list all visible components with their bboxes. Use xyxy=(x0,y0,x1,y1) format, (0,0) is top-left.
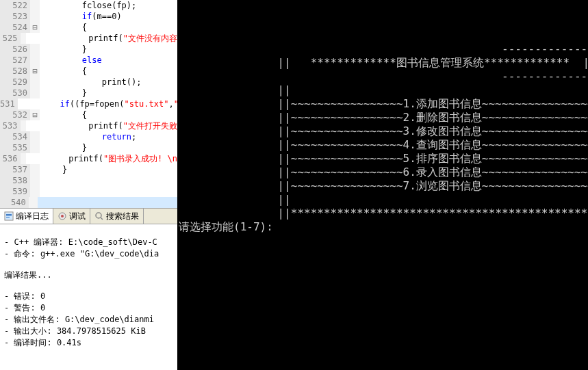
code-editor[interactable]: 522 fclose(fp);523 if(m==0)524⊟ {525 pri… xyxy=(0,0,177,208)
fold-marker xyxy=(30,131,40,142)
fold-marker[interactable]: ⊟ xyxy=(30,66,40,77)
code-text xyxy=(40,175,42,186)
tab-search-label: 搜索结果 xyxy=(106,211,139,222)
line-number: 534 xyxy=(0,131,30,142)
line-number: 538 xyxy=(0,175,30,186)
bug-icon xyxy=(57,211,67,221)
line-number: 535 xyxy=(0,142,30,153)
svg-line-8 xyxy=(101,217,103,220)
line-number: 529 xyxy=(0,77,30,88)
code-line[interactable]: 526 } xyxy=(0,44,177,55)
fold-marker xyxy=(30,175,40,186)
code-line[interactable]: 540 xyxy=(0,197,177,208)
line-number: 537 xyxy=(0,164,30,175)
code-text: { xyxy=(40,66,87,77)
line-number: 527 xyxy=(0,55,30,66)
svg-point-6 xyxy=(61,215,64,217)
app-root: 522 fclose(fp);523 if(m==0)524⊟ {525 pri… xyxy=(0,0,588,370)
code-line[interactable]: 532⊟ { xyxy=(0,109,177,120)
svg-point-7 xyxy=(96,213,101,218)
line-number: 533 xyxy=(0,120,21,131)
log-icon xyxy=(4,211,14,221)
svg-rect-2 xyxy=(6,214,12,215)
code-text: } xyxy=(40,88,87,98)
code-text: { xyxy=(40,109,87,120)
line-number: 539 xyxy=(0,186,30,197)
code-line[interactable]: 528⊟ { xyxy=(0,66,177,77)
code-text: printf("文件打开失败 xyxy=(26,120,177,131)
fold-marker xyxy=(21,120,27,131)
tab-debug-label: 调试 xyxy=(69,211,86,222)
compile-output: - C++ 编译器: E:\code_soft\Dev-C - 命令: g++.… xyxy=(0,224,177,370)
code-line[interactable]: 537 } xyxy=(0,164,177,175)
tab-search[interactable]: 搜索结果 xyxy=(90,209,144,224)
fold-marker xyxy=(30,186,40,197)
line-number: 532 xyxy=(0,109,30,120)
fold-marker xyxy=(30,77,40,88)
code-text: if(m==0) xyxy=(40,11,122,22)
code-line[interactable]: 530 } xyxy=(0,88,177,98)
code-line[interactable]: 531 if((fp=fopen("stu.txt","a xyxy=(0,98,177,109)
code-text: } xyxy=(40,44,87,55)
code-line[interactable]: 535 } xyxy=(0,142,177,153)
code-text xyxy=(38,197,177,208)
fold-marker xyxy=(30,164,40,175)
code-text: } xyxy=(40,142,87,153)
code-line[interactable]: 533 printf("文件打开失败 xyxy=(0,120,177,131)
code-text: else xyxy=(40,55,102,66)
code-line[interactable]: 529 print(); xyxy=(0,77,177,88)
code-text: printf("文件没有内容 xyxy=(26,33,177,44)
line-number: 523 xyxy=(0,11,30,22)
tab-debug[interactable]: 调试 xyxy=(53,209,90,224)
line-number: 540 xyxy=(0,197,29,208)
code-text: fclose(fp); xyxy=(40,0,136,11)
line-number: 528 xyxy=(0,66,30,77)
svg-rect-4 xyxy=(6,217,10,217)
code-text xyxy=(40,186,42,197)
fold-marker xyxy=(30,11,40,22)
code-text: { xyxy=(40,22,87,33)
code-line[interactable]: 527 else xyxy=(0,55,177,66)
code-line[interactable]: 536 printf("图书录入成功! \n xyxy=(0,153,177,164)
line-number: 536 xyxy=(0,153,21,164)
fold-marker xyxy=(21,153,27,164)
fold-marker[interactable]: ⊟ xyxy=(30,109,40,120)
ide-panel: 522 fclose(fp);523 if(m==0)524⊟ {525 pri… xyxy=(0,0,177,370)
code-line[interactable]: 538 xyxy=(0,175,177,186)
console-window[interactable]: --------------- || *************图书信息管理系统… xyxy=(177,0,588,370)
code-text: if((fp=fopen("stu.txt","a xyxy=(18,98,177,109)
line-number: 531 xyxy=(0,98,18,109)
fold-marker[interactable]: ⊟ xyxy=(30,22,40,33)
code-line[interactable]: 523 if(m==0) xyxy=(0,11,177,22)
tab-compile-log-label: 编译日志 xyxy=(16,211,49,222)
line-number: 526 xyxy=(0,44,30,55)
code-line[interactable]: 539 xyxy=(0,186,177,197)
line-number: 522 xyxy=(0,0,30,11)
line-number: 524 xyxy=(0,22,30,33)
fold-marker xyxy=(30,55,40,66)
code-line[interactable]: 525 printf("文件没有内容 xyxy=(0,33,177,44)
code-line[interactable]: 534 return; xyxy=(0,131,177,142)
tab-compile-log[interactable]: 编译日志 xyxy=(0,209,53,224)
code-text: } xyxy=(40,164,67,175)
code-line[interactable]: 522 fclose(fp); xyxy=(0,0,177,11)
fold-marker xyxy=(30,142,40,153)
fold-marker xyxy=(21,33,27,44)
line-number: 530 xyxy=(0,88,30,98)
fold-marker xyxy=(30,0,40,11)
code-text: return; xyxy=(40,131,136,142)
code-text: printf("图书录入成功! \n xyxy=(26,153,177,164)
svg-rect-3 xyxy=(6,215,12,216)
fold-marker xyxy=(29,197,38,208)
code-line[interactable]: 524⊟ { xyxy=(0,22,177,33)
line-number: 525 xyxy=(0,33,21,44)
search-icon xyxy=(94,211,104,221)
code-text: print(); xyxy=(40,77,142,88)
fold-marker xyxy=(30,88,40,98)
bottom-tabbar: 编译日志 调试 搜索结果 xyxy=(0,208,177,224)
fold-marker xyxy=(30,44,40,55)
